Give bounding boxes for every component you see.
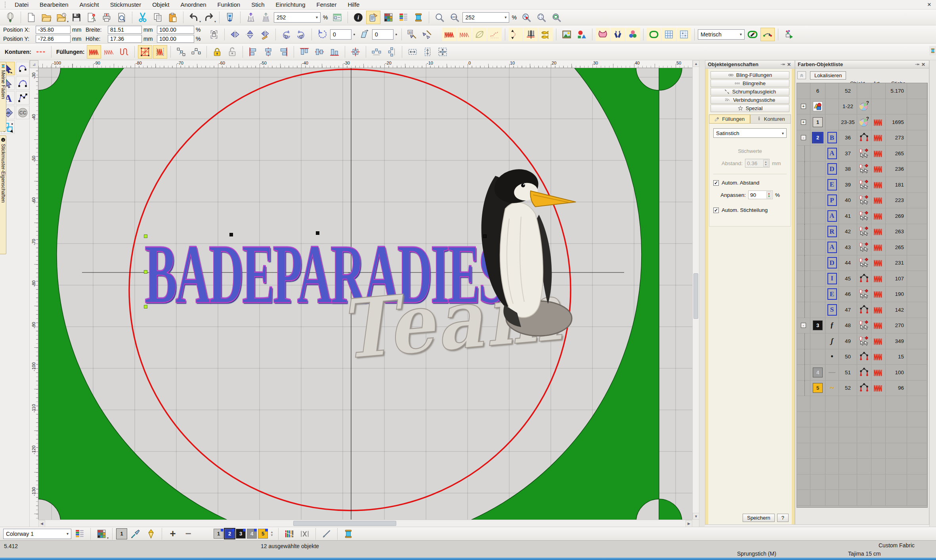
lock-object-icon[interactable]: [210, 45, 224, 59]
remove-color-icon[interactable]: −: [181, 527, 195, 541]
anpassen-field[interactable]: 90 ▲▼: [748, 190, 773, 199]
scroll-right-icon[interactable]: ▶: [686, 520, 692, 527]
auto-punch-icon[interactable]: [596, 28, 610, 41]
slow-draw-icon[interactable]: [319, 527, 334, 541]
selection-handle[interactable]: [144, 234, 147, 238]
open-design-icon[interactable]: [39, 11, 53, 24]
horizontal-scroll-thumb[interactable]: [293, 521, 396, 526]
menu-fenster[interactable]: Fenster: [311, 0, 342, 9]
object-glyph[interactable]: —: [829, 368, 835, 376]
menu-hilfe[interactable]: Hilfe: [342, 0, 365, 9]
cut-connectors-icon[interactable]: [298, 527, 312, 541]
object-glyph[interactable]: A: [827, 242, 837, 253]
open-curve-tool[interactable]: [16, 76, 29, 90]
color-object-row[interactable]: D44231: [797, 255, 927, 271]
color-object-row[interactable]: I45107: [797, 271, 927, 287]
expand-icon[interactable]: +: [801, 104, 806, 109]
scroll-left-icon[interactable]: ◀: [38, 520, 45, 527]
stitch-type-select[interactable]: Satinstich▾: [713, 128, 787, 138]
same-size-icon[interactable]: [436, 45, 450, 59]
expand-icon[interactable]: -: [801, 135, 806, 140]
tab-meine-faeden[interactable]: Meine Fäden: [0, 62, 6, 131]
selection-handle[interactable]: [316, 231, 319, 235]
show-hoop-icon[interactable]: [223, 11, 237, 24]
color-object-row[interactable]: ʃ49349: [797, 333, 927, 349]
accordion-schrumpfausgleich[interactable]: Schrumpfausgleich: [711, 88, 789, 95]
color-swatch-3[interactable]: 3: [236, 529, 246, 539]
object-glyph[interactable]: ~: [830, 383, 834, 392]
object-glyph[interactable]: B: [827, 132, 837, 143]
color-object-row[interactable]: A43265: [797, 240, 927, 255]
colorway-select[interactable]: Colorway 1▾: [3, 529, 71, 539]
tab-konturen[interactable]: Konturen: [750, 114, 791, 124]
color-swatch[interactable]: 5: [813, 383, 823, 393]
vertical-scrollbar[interactable]: ▲ ▼: [692, 60, 699, 520]
color-object-row[interactable]: 4—51100: [797, 365, 927, 381]
color-swatch[interactable]: 2: [813, 133, 823, 143]
reshape-curve-icon[interactable]: [760, 28, 775, 41]
repeat-array-icon[interactable]: 10: [405, 28, 419, 41]
accordion-verbindungsstiche[interactable]: Verbindungsstiche: [711, 96, 789, 104]
zoom-factor-select[interactable]: 252▾: [462, 12, 509, 23]
scale-y-field[interactable]: 100.00: [157, 35, 194, 43]
colorway-list-icon[interactable]: [73, 527, 87, 541]
mirror-merge-icon[interactable]: [258, 28, 272, 41]
open-recent-icon[interactable]: ▾: [54, 11, 69, 24]
menu-bearbeiten[interactable]: Bearbeiten: [34, 0, 74, 9]
skew-angle-field[interactable]: 0: [372, 29, 394, 40]
horizontal-scrollbar[interactable]: ◀ ▶: [38, 520, 692, 527]
app-logo-icon[interactable]: [3, 11, 17, 24]
print-preview-icon[interactable]: [115, 11, 129, 24]
panel-splitter[interactable]: [699, 60, 705, 527]
accordion-spezial[interactable]: Spezial: [711, 105, 789, 112]
selection-handle[interactable]: [144, 305, 147, 309]
undo-icon[interactable]: ▾: [187, 11, 201, 24]
color-swatch-1[interactable]: 1: [214, 529, 223, 539]
stitch-player-icon[interactable]: [781, 28, 796, 41]
breite-field[interactable]: 81.51: [108, 26, 142, 34]
object-glyph[interactable]: E: [827, 288, 837, 300]
color-film-icon[interactable]: [396, 11, 411, 24]
color-object-row[interactable]: +123-35?1695: [797, 114, 927, 130]
copy-icon[interactable]: [151, 11, 165, 24]
auto-abstand-checkbox[interactable]: ✓: [713, 180, 719, 186]
thread-chart-icon[interactable]: [282, 527, 296, 541]
color-blending-icon[interactable]: [626, 28, 640, 41]
lock-proportions-icon[interactable]: [207, 28, 221, 41]
fill-stipple-icon[interactable]: [153, 45, 167, 59]
redo-icon[interactable]: ▾: [202, 11, 216, 24]
stitch-manager-icon[interactable]: [259, 11, 273, 24]
units-select[interactable]: Metrisch▾: [698, 29, 745, 40]
color-swatch[interactable]: 1: [813, 117, 823, 127]
design-properties-icon[interactable]: [330, 11, 344, 24]
zoom-tool-icon[interactable]: [432, 11, 447, 24]
object-glyph[interactable]: P: [827, 194, 837, 206]
color-object-row[interactable]: A41269: [797, 208, 927, 224]
step-stitch-icon[interactable]: [457, 28, 472, 41]
align-middle-icon[interactable]: [312, 45, 327, 59]
selection-handle[interactable]: [229, 233, 233, 236]
rotate-right-icon[interactable]: [294, 28, 308, 41]
object-glyph[interactable]: S: [827, 304, 837, 316]
color-swatch-5[interactable]: 5: [258, 529, 268, 539]
color-swatch[interactable]: 4: [813, 368, 823, 377]
accordion-bling-f-llungen[interactable]: Bling-Füllungen: [711, 71, 789, 79]
fill-satin-icon[interactable]: [87, 45, 101, 59]
rotate-angle-field[interactable]: 0: [330, 29, 351, 40]
color-object-row[interactable]: 5~5296: [797, 381, 927, 396]
center-to-hoop-icon[interactable]: [348, 45, 363, 59]
outline-run-icon[interactable]: [34, 45, 48, 59]
tab-füllungen[interactable]: Füllungen: [709, 114, 750, 124]
pin-icon[interactable]: [914, 61, 920, 68]
cross-stitch-icon[interactable]: [611, 28, 625, 41]
menu-datei[interactable]: Datei: [9, 0, 34, 9]
skew-icon[interactable]: [357, 28, 371, 41]
selection-handle[interactable]: [483, 234, 487, 238]
needle-penetration-icon[interactable]: [523, 28, 538, 41]
hoehe-field[interactable]: 17.36: [108, 35, 142, 43]
color-object-row[interactable]: +1-22?: [797, 99, 927, 115]
align-bottom-icon[interactable]: [327, 45, 342, 59]
zoom-100-icon[interactable]: 100%: [447, 11, 462, 24]
rotate-left-icon[interactable]: [279, 28, 293, 41]
color-picker-icon[interactable]: [128, 527, 143, 541]
